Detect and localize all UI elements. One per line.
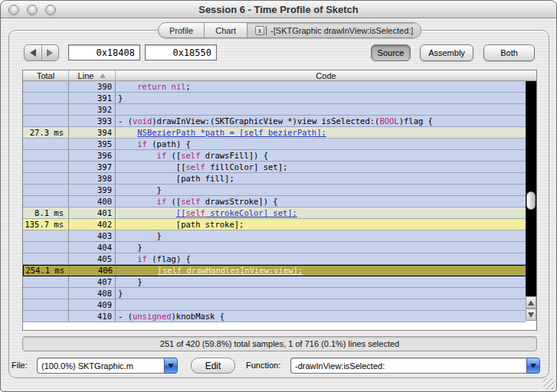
code-segment: )knobMask {	[172, 312, 225, 321]
close-tab-icon[interactable]: x	[255, 26, 264, 35]
table-row[interactable]: 8.1 ms401 [[self strokeColor] set];	[23, 207, 536, 219]
code-segment: (flag) {	[147, 254, 191, 263]
total-cell	[23, 230, 69, 241]
column-header-total[interactable]: Total	[23, 70, 69, 80]
resize-grip-icon[interactable]	[543, 378, 555, 390]
total-header-label: Total	[37, 71, 54, 80]
source-view-button[interactable]: Source	[371, 44, 411, 61]
table-row[interactable]: 392	[23, 104, 536, 116]
line-number-cell: 403	[69, 230, 116, 241]
total-cell	[23, 116, 69, 126]
line-number-cell: 397	[69, 162, 116, 172]
total-cell	[23, 162, 69, 172]
address-end-field[interactable]	[145, 44, 217, 60]
back-button[interactable]	[25, 45, 42, 60]
table-row[interactable]: 398 [path fill];	[23, 173, 536, 185]
code-segment: return	[137, 82, 166, 91]
table-row[interactable]: 409	[23, 299, 536, 311]
code-cell: }	[116, 288, 536, 299]
code-segment: }	[118, 277, 143, 286]
sort-ascending-icon	[100, 74, 106, 78]
table-row[interactable]: 391}	[23, 93, 536, 104]
tab-profile-label: Profile	[169, 26, 193, 35]
total-cell: 8.1 ms	[23, 207, 69, 218]
line-number-cell: 390	[69, 81, 116, 92]
table-row[interactable]: 27.3 ms394 NSBezierPath *path = [self be…	[23, 127, 536, 139]
code-cell: }	[116, 230, 536, 241]
edit-button[interactable]: Edit	[191, 358, 235, 374]
address-start-field[interactable]	[68, 44, 140, 60]
code-cell: [self drawHandlesInView:view];	[116, 266, 536, 276]
total-cell	[23, 139, 69, 149]
code-segment: }	[118, 243, 143, 252]
code-cell: if ([self drawsFill]) {	[116, 150, 536, 161]
table-row[interactable]: 135.7 ms402 [path stroke];	[23, 219, 536, 230]
dropdown-arrow-icon	[530, 364, 536, 368]
scroll-up-button[interactable]	[526, 296, 536, 309]
title-bar: Session 6 - Time Profile of Sketch	[1, 1, 556, 18]
code-table-body: 390 return nil;391}392393- (void)drawInV…	[23, 81, 536, 322]
table-row[interactable]: 407 }	[23, 276, 536, 288]
code-cell: }	[116, 276, 536, 287]
code-segment: [[	[118, 162, 186, 172]
line-number-cell: 405	[69, 253, 116, 264]
code-segment: fillColor] set];	[205, 162, 287, 172]
line-number-cell: 401	[69, 207, 116, 218]
assembly-view-button[interactable]: Assembly	[420, 44, 473, 61]
table-row[interactable]: 254.1 ms406 [self drawHandlesInView:view…	[23, 265, 536, 276]
table-row[interactable]: 399 }	[23, 185, 536, 196]
code-segment: ([	[166, 151, 181, 160]
total-cell: 135.7 ms	[23, 219, 69, 230]
function-combo-dropdown-button[interactable]	[526, 358, 540, 374]
table-row[interactable]: 396 if ([self drawsFill]) {	[23, 150, 536, 162]
code-cell: [path stroke];	[116, 219, 536, 230]
total-cell	[23, 242, 69, 253]
code-segment	[118, 151, 157, 160]
line-number-cell: 410	[69, 311, 116, 322]
code-cell: [path fill];	[116, 173, 536, 184]
forward-button[interactable]	[42, 45, 59, 60]
code-segment: if	[157, 151, 167, 160]
line-number-cell: 394	[69, 127, 116, 138]
function-label: Function:	[246, 361, 280, 370]
tab-profile[interactable]: Profile	[159, 23, 205, 38]
line-number-cell: 391	[69, 93, 116, 103]
column-header-code[interactable]: Code	[116, 70, 536, 80]
table-row[interactable]: 408}	[23, 288, 536, 299]
table-row[interactable]: 390 return nil;	[23, 81, 536, 93]
table-row[interactable]: 393- (void)drawInView:(SKTGraphicView *)…	[23, 116, 536, 127]
tab-chart[interactable]: Chart	[205, 23, 247, 38]
table-row[interactable]: 404 }	[23, 242, 536, 253]
table-row[interactable]: 397 [[self fillColor] set];	[23, 162, 536, 173]
line-number-cell: 396	[69, 150, 116, 161]
table-row[interactable]: 395 if (path) {	[23, 139, 536, 150]
scrollbar-thumb[interactable]	[526, 191, 536, 210]
total-cell: 254.1 ms	[24, 266, 70, 276]
both-view-button[interactable]: Both	[483, 44, 535, 61]
function-combo-field[interactable]	[290, 358, 526, 374]
table-row[interactable]: 400 if ([self drawsStroke]) {	[23, 196, 536, 207]
total-cell	[23, 173, 69, 184]
code-cell: [[self strokeColor] set];	[116, 207, 536, 218]
file-combo-dropdown-button[interactable]	[164, 358, 178, 374]
table-row[interactable]: 403 }	[23, 230, 536, 242]
total-cell	[23, 276, 69, 287]
table-row[interactable]: 410- (unsigned)knobMask {	[23, 311, 536, 322]
code-segment: if	[157, 197, 167, 206]
code-cell: }	[116, 185, 536, 195]
history-nav	[24, 44, 59, 61]
scroll-down-button[interactable]	[526, 309, 536, 321]
forward-icon	[47, 49, 53, 57]
file-combo-field[interactable]	[37, 358, 164, 374]
code-segment	[118, 139, 137, 149]
line-number-cell: 400	[69, 196, 116, 207]
code-cell: if (flag) {	[116, 253, 536, 264]
total-cell	[23, 185, 69, 195]
code-segment: ([	[166, 197, 181, 206]
tab-function-active[interactable]: x -[SKTGraphic drawInView:isSelected:]	[247, 23, 421, 38]
total-cell	[23, 253, 69, 264]
column-header-line[interactable]: Line	[69, 70, 116, 80]
table-row[interactable]: 405 if (flag) {	[23, 253, 536, 265]
code-cell: if (path) {	[116, 139, 536, 149]
scrollbar-track[interactable]	[526, 81, 536, 296]
